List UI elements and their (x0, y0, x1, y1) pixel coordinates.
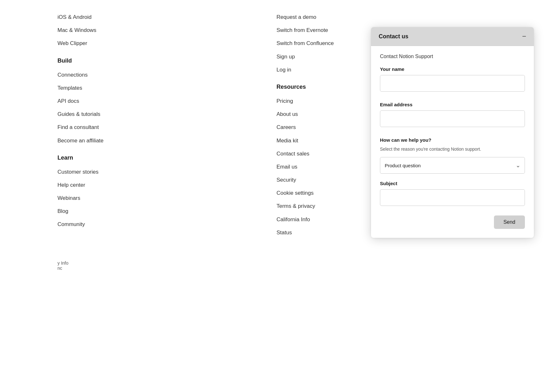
email-input[interactable] (380, 110, 525, 127)
footer-link-customer-stories[interactable]: Customer stories (57, 168, 276, 176)
footer-link-api-docs[interactable]: API docs (57, 97, 276, 105)
subject-label: Subject (380, 181, 525, 186)
dropdown-wrapper: Product question Billing question Techni… (380, 157, 525, 174)
footer-col-1: iOS & Android Mac & Windows Web Clipper … (57, 13, 276, 241)
contact-us-modal: Contact us − Contact Notion Support Your… (371, 27, 534, 238)
footer-link-help-center[interactable]: Help center (57, 181, 276, 189)
footer-link-mac-windows[interactable]: Mac & Windows (57, 26, 276, 34)
modal-close-button[interactable]: − (522, 33, 526, 40)
footer-section-build-title: Build (57, 57, 276, 64)
subject-input[interactable] (380, 189, 525, 206)
footer-section-learn-title: Learn (57, 155, 276, 161)
footer-link-blog[interactable]: Blog (57, 207, 276, 215)
footer-link-find-consultant[interactable]: Find a consultant (57, 123, 276, 132)
help-type-select[interactable]: Product question Billing question Techni… (380, 157, 525, 174)
modal-footer: Send (371, 209, 534, 238)
footer-link-connections[interactable]: Connections (57, 71, 276, 79)
name-field-group: Your name (380, 66, 525, 99)
footer-link-templates[interactable]: Templates (57, 84, 276, 92)
help-description: Select the reason you're contacting Noti… (380, 146, 525, 153)
modal-subtitle: Contact Notion Support (380, 54, 525, 59)
footer-link-request-demo[interactable]: Request a demo (276, 13, 496, 21)
subject-field-group: Subject (380, 181, 525, 206)
modal-header: Contact us − (371, 27, 534, 46)
footer-link-web-clipper[interactable]: Web Clipper (57, 39, 276, 48)
name-input[interactable] (380, 75, 525, 92)
footer-link-ios-android[interactable]: iOS & Android (57, 13, 276, 21)
footer-link-become-affiliate[interactable]: Become an affiliate (57, 136, 276, 145)
email-field-group: Email address (380, 102, 525, 134)
help-title-label: How can we help you? (380, 137, 525, 143)
modal-body: Contact Notion Support Your name Email a… (371, 46, 534, 209)
page-wrapper: iOS & Android Mac & Windows Web Clipper … (0, 0, 553, 392)
send-button[interactable]: Send (494, 215, 525, 229)
modal-title: Contact us (379, 33, 408, 40)
footer-link-webinars[interactable]: Webinars (57, 194, 276, 202)
footer-bottom-text: y Info (57, 260, 68, 266)
name-label: Your name (380, 66, 525, 72)
footer-bottom-subtext: nc (57, 266, 62, 271)
footer-bottom: y Info nc (0, 254, 553, 277)
help-field-group: How can we help you? Select the reason y… (380, 137, 525, 174)
footer-link-guides-tutorials[interactable]: Guides & tutorials (57, 110, 276, 118)
email-label: Email address (380, 102, 525, 107)
footer-link-community[interactable]: Community (57, 220, 276, 229)
